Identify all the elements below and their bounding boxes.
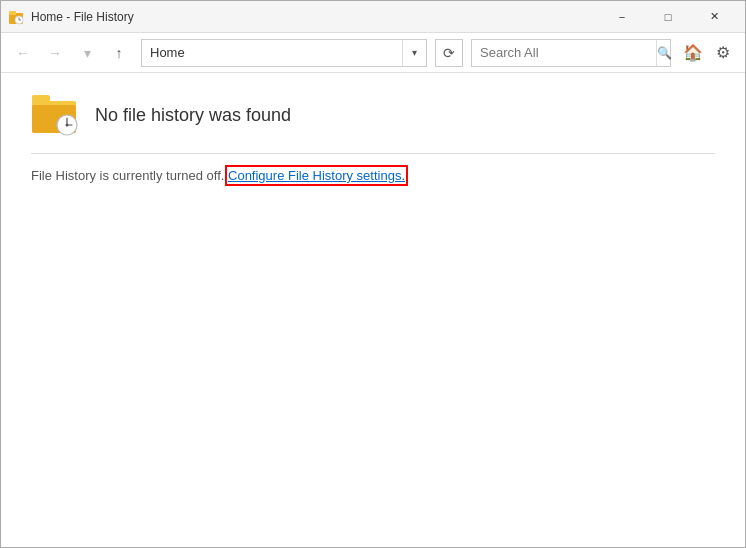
up-icon: ↑ bbox=[116, 45, 123, 61]
maximize-button[interactable]: □ bbox=[645, 1, 691, 33]
address-chevron-icon: ▾ bbox=[412, 47, 417, 58]
folder-clock-icon bbox=[31, 93, 83, 137]
dropdown-button[interactable]: ▾ bbox=[73, 39, 101, 67]
toolbar-right-buttons: 🏠 ⚙ bbox=[679, 39, 737, 67]
section-divider bbox=[31, 153, 715, 154]
forward-button[interactable]: → bbox=[41, 39, 69, 67]
search-icon: 🔍 bbox=[657, 46, 672, 60]
svg-point-11 bbox=[66, 124, 69, 127]
refresh-icon: ⟳ bbox=[443, 45, 455, 61]
forward-icon: → bbox=[48, 45, 62, 61]
titlebar-left: Home - File History bbox=[9, 9, 134, 25]
address-input[interactable] bbox=[142, 40, 402, 66]
gear-icon: ⚙ bbox=[716, 43, 730, 62]
home-button[interactable]: 🏠 bbox=[679, 39, 707, 67]
back-button[interactable]: ← bbox=[9, 39, 37, 67]
content-header: No file history was found bbox=[31, 93, 715, 137]
titlebar-controls: − □ ✕ bbox=[599, 1, 737, 33]
chevron-down-icon: ▾ bbox=[84, 45, 91, 61]
minimize-button[interactable]: − bbox=[599, 1, 645, 33]
address-bar-wrapper: ▾ bbox=[141, 39, 427, 67]
folder-icon-svg bbox=[31, 93, 83, 137]
settings-button[interactable]: ⚙ bbox=[709, 39, 737, 67]
svg-rect-1 bbox=[9, 11, 16, 15]
page-heading: No file history was found bbox=[95, 105, 291, 126]
close-button[interactable]: ✕ bbox=[691, 1, 737, 33]
window-title: Home - File History bbox=[31, 10, 134, 24]
search-input[interactable] bbox=[472, 40, 656, 66]
home-icon: 🏠 bbox=[683, 43, 703, 62]
info-section: File History is currently turned off. Co… bbox=[31, 168, 715, 183]
toolbar: ← → ▾ ↑ ▾ ⟳ 🔍 🏠 bbox=[1, 33, 745, 73]
content-area: No file history was found File History i… bbox=[1, 73, 745, 547]
up-button[interactable]: ↑ bbox=[105, 39, 133, 67]
back-icon: ← bbox=[16, 45, 30, 61]
address-dropdown-button[interactable]: ▾ bbox=[402, 40, 426, 66]
configure-link[interactable]: Configure File History settings. bbox=[228, 168, 405, 183]
info-text: File History is currently turned off. bbox=[31, 168, 224, 183]
search-button[interactable]: 🔍 bbox=[656, 40, 672, 66]
app-icon bbox=[9, 9, 25, 25]
titlebar: Home - File History − □ ✕ bbox=[1, 1, 745, 33]
search-bar-wrapper: 🔍 bbox=[471, 39, 671, 67]
window: Home - File History − □ ✕ ← → ▾ ↑ ▾ ⟳ bbox=[0, 0, 746, 548]
refresh-button[interactable]: ⟳ bbox=[435, 39, 463, 67]
